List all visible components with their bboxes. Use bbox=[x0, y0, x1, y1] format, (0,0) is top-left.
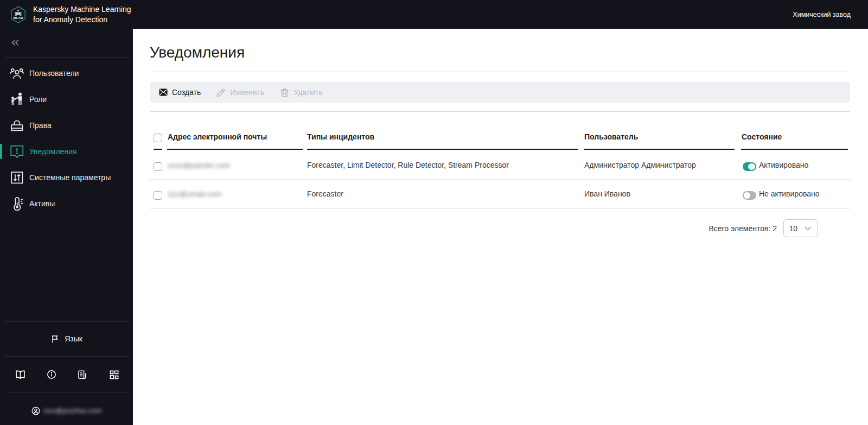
svg-text:MLAD: MLAD bbox=[14, 16, 23, 20]
